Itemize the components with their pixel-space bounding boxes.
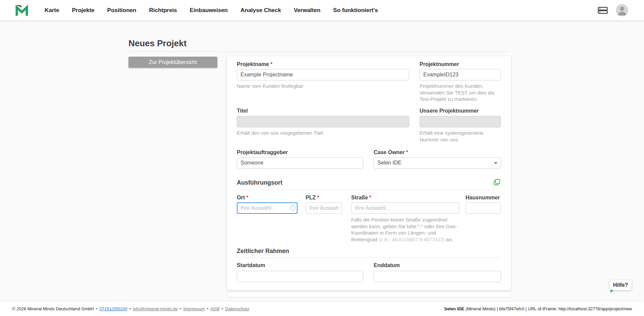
nav-item-analyse-check[interactable]: Analyse Check (234, 0, 287, 20)
project-overview-button[interactable]: Zur Projektübersicht (128, 57, 217, 68)
strasse-label: Straße* (351, 195, 371, 201)
navbar: Karte Projekte Positionen Richtpreis Ein… (0, 0, 644, 20)
section-divider (237, 190, 501, 190)
nav-item-einbauweisen[interactable]: Einbauweisen (183, 0, 234, 20)
projektauftraggeber-label: Projektauftraggeber (237, 149, 288, 155)
separator: • (96, 306, 98, 311)
ort-label: Ort* (237, 195, 248, 201)
projektname-helper: Name vom Kunden festlegbar (237, 83, 409, 89)
projektauftraggeber-label-text: Projektauftraggeber (237, 149, 288, 155)
avatar[interactable] (616, 4, 628, 16)
hausnummer-label-text: Hausnummer (466, 195, 500, 200)
page-title: Neues Projekt (128, 38, 186, 49)
unsere-projektnummer-helper: Erhält eine systemgenerierte Nummer von … (420, 130, 501, 143)
footer: © 2026 Mineral Minds Deutschland GmbH • … (0, 302, 644, 316)
section-zeitlicher-rahmen-heading: Zeitlicher Rahmen (237, 248, 289, 255)
strasse-label-text: Straße (351, 195, 368, 200)
required-asterisk: * (246, 195, 248, 200)
logo-icon (15, 3, 29, 17)
projektname-label-text: Projektname (237, 61, 269, 67)
main-nav: Karte Projekte Positionen Richtpreis Ein… (38, 0, 384, 20)
help-button-label: Hilfe? (613, 282, 628, 288)
startdatum-label-text: Startdatum (237, 262, 265, 268)
nav-item-projekte[interactable]: Projekte (65, 0, 101, 20)
ort-field (237, 202, 298, 214)
footer-copyright: © 2026 Mineral Minds Deutschland GmbH (12, 306, 94, 311)
footer-session-details: (Mineral Minds) | bfa75f47efc0 | URL of … (464, 306, 632, 311)
ort-label-text: Ort (237, 195, 245, 200)
loading-spinner-icon (290, 205, 295, 210)
projektnummer-label-text: Projektnummer (420, 61, 459, 67)
nav-item-richtpreis[interactable]: Richtpreis (143, 0, 183, 20)
nav-item-so-funktionierts[interactable]: So funktioniert's (327, 0, 384, 20)
required-asterisk: * (369, 195, 371, 200)
title-divider (128, 52, 509, 52)
footer-email-link[interactable]: info@mineral-minds.de (133, 306, 178, 311)
startdatum-label: Startdatum (237, 262, 265, 268)
case-owner-selected-value: Selen IDE (377, 160, 401, 166)
unsere-projektnummer-label-text: Unsere Projektnummer (420, 108, 479, 114)
required-asterisk: * (406, 149, 408, 155)
titel-helper: Erhält den von uns vorgegebenen Titel. (237, 130, 409, 136)
footer-impressum-link[interactable]: Impressum (183, 306, 205, 311)
footer-phone-link[interactable]: 07151/250100 (99, 306, 127, 311)
section-divider (237, 258, 501, 258)
strasse-helper: Falls die Position keiner Straße zugeord… (351, 216, 461, 243)
server-icon[interactable] (598, 7, 608, 14)
footer-session-info: Selen IDE (Mineral Minds) | bfa75f47efc0… (444, 306, 632, 311)
hausnummer-label: Hausnummer (466, 195, 500, 201)
unsere-projektnummer-input (420, 116, 501, 127)
help-button[interactable]: Hilfe? (609, 280, 632, 290)
plz-label-text: PLZ (306, 195, 316, 200)
nav-item-positionen[interactable]: Positionen (101, 0, 143, 20)
nav-item-verwalten[interactable]: Verwalten (287, 0, 327, 20)
projektnummer-helper: Projektnummer des Kunden. Verwenden Sie … (420, 83, 501, 103)
chevron-down-icon (494, 162, 497, 164)
plz-input[interactable] (306, 202, 342, 214)
logo[interactable] (15, 3, 29, 17)
required-asterisk: * (270, 61, 272, 67)
strasse-input[interactable] (351, 202, 459, 214)
projektauftraggeber-input[interactable] (237, 157, 363, 169)
navbar-right (598, 4, 628, 16)
enddatum-label-text: Enddatum (374, 262, 400, 268)
footer-datenschutz-link[interactable]: Datenschutz (225, 306, 249, 311)
next-section-card-edge (227, 293, 511, 297)
separator: • (207, 306, 209, 311)
strasse-helper-example: (z.B.: 48.8115607,9.4077422) (379, 237, 445, 242)
startdatum-input[interactable] (237, 271, 363, 282)
duplicate-icon[interactable] (493, 178, 501, 186)
case-owner-label-text: Case Owner (374, 149, 405, 155)
enddatum-input[interactable] (374, 271, 501, 282)
ort-input[interactable] (237, 202, 298, 214)
projektname-input[interactable] (237, 69, 409, 80)
projektnummer-label: Projektnummer (420, 61, 459, 67)
case-owner-select[interactable]: Selen IDE (374, 157, 501, 169)
nav-item-karte[interactable]: Karte (38, 0, 65, 20)
new-project-form-card: Projektname* Name vom Kunden festlegbar … (227, 56, 511, 290)
projektname-label: Projektname* (237, 61, 272, 67)
projektnummer-input[interactable] (420, 69, 501, 80)
hausnummer-input[interactable] (466, 202, 501, 214)
footer-left: © 2026 Mineral Minds Deutschland GmbH • … (12, 306, 250, 311)
section-ausfuehrungsort-heading: Ausführungsort (237, 179, 282, 186)
unsere-projektnummer-label: Unsere Projektnummer (420, 108, 479, 114)
plz-label: PLZ* (306, 195, 319, 201)
footer-agb-link[interactable]: AGB (210, 306, 219, 311)
titel-label-text: Titel (237, 108, 248, 114)
enddatum-label: Enddatum (374, 262, 400, 268)
strasse-helper-suffix: an. (445, 237, 453, 242)
footer-user-name: Selen IDE (444, 306, 464, 311)
titel-input (237, 116, 409, 127)
required-asterisk: * (317, 195, 319, 200)
separator: • (180, 306, 181, 311)
separator: • (129, 306, 131, 311)
separator: • (222, 306, 223, 311)
case-owner-label: Case Owner* (374, 149, 408, 155)
titel-label: Titel (237, 108, 248, 114)
